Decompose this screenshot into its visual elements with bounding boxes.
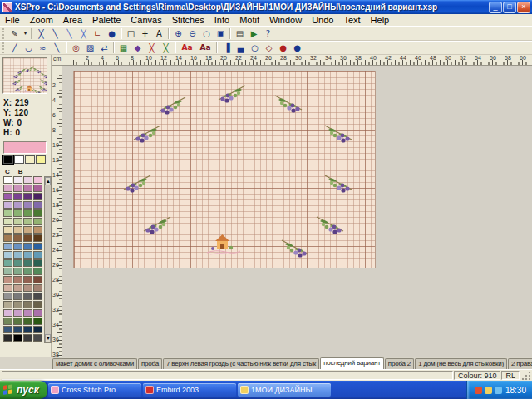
maximize-button[interactable]: □: [503, 2, 516, 13]
palette-color-swatch[interactable]: [13, 334, 22, 342]
palette-color-swatch[interactable]: [23, 259, 32, 267]
menu-item-motif[interactable]: Motif: [234, 15, 264, 25]
backstitch-tool[interactable]: ∟: [91, 27, 105, 40]
palette-color-swatch[interactable]: [33, 293, 42, 300]
menu-item-area[interactable]: Area: [58, 15, 87, 25]
palette-color-swatch[interactable]: [13, 259, 22, 267]
palette-color-swatch[interactable]: [13, 201, 22, 209]
palette-color-swatch[interactable]: [23, 234, 32, 242]
quarter-stitch-tool[interactable]: ╲: [62, 27, 76, 40]
palette-color-swatch[interactable]: [33, 259, 42, 267]
palette-color-swatch[interactable]: [13, 318, 22, 325]
freehand-curve-tool[interactable]: ≈: [36, 42, 50, 54]
palette-color-swatch[interactable]: [33, 176, 42, 184]
palette-color-swatch[interactable]: [3, 259, 12, 267]
palette-color-swatch[interactable]: [3, 201, 12, 209]
menu-item-info[interactable]: Info: [209, 15, 234, 25]
palette-color-swatch[interactable]: [23, 176, 32, 184]
palette-color-swatch[interactable]: [33, 326, 42, 333]
design-tab[interactable]: 7 верхн левая гроздь (с частью ниж ветки…: [163, 358, 319, 369]
font-small-button[interactable]: Aa: [196, 42, 214, 54]
scroll-down-icon[interactable]: ▼: [45, 334, 51, 342]
palette-color-swatch[interactable]: [3, 176, 12, 184]
palette-color-swatch[interactable]: [13, 251, 22, 259]
selected-color-swatch[interactable]: [3, 141, 47, 154]
toolbar-grip[interactable]: [2, 42, 5, 53]
design-tab[interactable]: проба: [138, 358, 162, 369]
palette-color-swatch[interactable]: [23, 209, 32, 217]
design-tab[interactable]: 2 правая ниж гр: [508, 358, 532, 369]
palette-color-swatch[interactable]: [33, 301, 42, 308]
move-selection-tool[interactable]: +: [138, 27, 152, 40]
palette-color-swatch[interactable]: [3, 268, 12, 275]
palette-color-swatch[interactable]: [13, 268, 22, 275]
minimize-button[interactable]: _: [489, 2, 502, 13]
pencil-dropdown[interactable]: ▾: [22, 27, 29, 40]
palette-color-swatch[interactable]: [23, 218, 32, 225]
palette-color-swatch[interactable]: [13, 276, 22, 283]
design-tab[interactable]: макет домик с оливочками: [52, 358, 137, 369]
design-tab[interactable]: последний вариант: [320, 357, 384, 369]
palette-color-swatch[interactable]: [3, 318, 12, 325]
palette-color-swatch[interactable]: [3, 276, 12, 283]
palette-color-swatch[interactable]: [23, 251, 32, 259]
taskbar-task-button[interactable]: 1МОИ ДИЗАЙНЫ: [238, 383, 331, 397]
zoom-in-button[interactable]: ⊕: [171, 27, 185, 40]
palette-color-swatch[interactable]: [3, 334, 12, 342]
palette-color-swatch[interactable]: [33, 309, 42, 317]
help-button[interactable]: ?: [261, 27, 275, 40]
palette-color-swatch[interactable]: [33, 201, 42, 209]
palette-color-swatch[interactable]: [23, 193, 32, 200]
palette-color-swatch[interactable]: [3, 234, 12, 242]
palette-editor-button[interactable]: ▦: [116, 42, 131, 54]
palette-color-swatch[interactable]: [33, 209, 42, 217]
select-tool[interactable]: □: [124, 27, 138, 40]
palette-color-swatch[interactable]: [23, 185, 32, 192]
palette-color-swatch[interactable]: [33, 318, 42, 325]
palette-color-swatch[interactable]: [33, 284, 42, 292]
palette-color-swatch[interactable]: [23, 226, 32, 234]
palette-color-swatch[interactable]: [13, 209, 22, 217]
cross-green-button[interactable]: ╳: [159, 42, 173, 54]
palette-color-swatch[interactable]: [23, 243, 32, 250]
palette-color-swatch[interactable]: [13, 226, 22, 234]
palette-color-swatch[interactable]: [23, 284, 32, 292]
quick-swatch[interactable]: [36, 155, 46, 164]
palette-color-swatch[interactable]: [3, 226, 12, 234]
palette-color-swatch[interactable]: [33, 193, 42, 200]
palette-color-swatch[interactable]: [13, 326, 22, 333]
toolbar-grip[interactable]: [2, 28, 5, 39]
palette-color-swatch[interactable]: [13, 309, 22, 317]
half-stitch-tool[interactable]: ╲: [48, 27, 62, 40]
palette-color-swatch[interactable]: [33, 226, 42, 234]
close-button[interactable]: ×: [517, 2, 530, 13]
menu-item-undo[interactable]: Undo: [307, 15, 338, 25]
palette-color-swatch[interactable]: [23, 309, 32, 317]
volume-tray-icon[interactable]: [485, 387, 492, 394]
color-picker-tool[interactable]: ◎: [69, 42, 83, 54]
palette-color-swatch[interactable]: [3, 185, 12, 192]
palette-color-swatch[interactable]: [3, 284, 12, 292]
menu-item-file[interactable]: File: [0, 15, 25, 25]
palette-color-swatch[interactable]: [23, 268, 32, 275]
menu-item-stitches[interactable]: Stitches: [167, 15, 209, 25]
resize-grip-icon[interactable]: [520, 370, 531, 381]
menu-item-palette[interactable]: Palette: [87, 15, 126, 25]
palette-color-swatch[interactable]: [3, 209, 12, 217]
zoom-out-button[interactable]: ⊖: [185, 27, 200, 40]
zoom-area-button[interactable]: ○: [200, 27, 214, 40]
palette-color-swatch[interactable]: [33, 218, 42, 225]
taskbar-task-button[interactable]: Embird 2003: [143, 383, 236, 397]
palette-color-swatch[interactable]: [23, 334, 32, 342]
palette-color-swatch[interactable]: [23, 326, 32, 333]
palette-color-swatch[interactable]: [13, 293, 22, 300]
flip-horizontal-button[interactable]: ▐: [219, 42, 234, 54]
quick-swatch[interactable]: [25, 155, 35, 164]
palette-color-swatch[interactable]: [33, 334, 42, 342]
mirror-motif-button[interactable]: ◇: [262, 42, 276, 54]
taskbar-task-button[interactable]: Cross Stitch Pro...: [48, 383, 141, 397]
scroll-up-icon[interactable]: ▲: [45, 177, 51, 185]
font-large-button[interactable]: Aa: [178, 42, 196, 54]
palette-color-swatch[interactable]: [33, 251, 42, 259]
sew-preview-button[interactable]: ▶: [247, 27, 261, 40]
